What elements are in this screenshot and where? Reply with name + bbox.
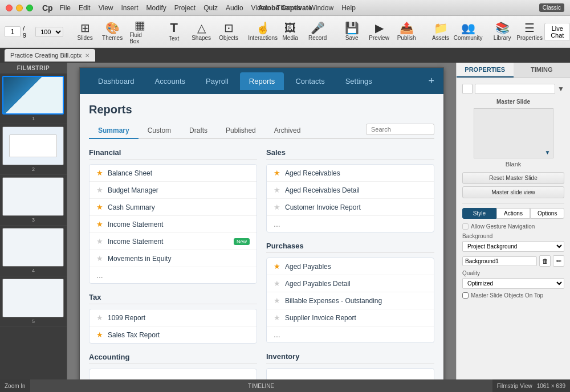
interactions-button[interactable]: ☝ Interactions <box>250 18 275 46</box>
properties-button[interactable]: ☰ Properties <box>517 18 542 46</box>
report-item-sales-tax[interactable]: ★ Sales Tax Report <box>89 326 256 343</box>
menu-modify[interactable]: Modify <box>146 4 166 12</box>
sales-more[interactable]: ... <box>267 216 434 232</box>
minimize-button[interactable] <box>16 5 23 11</box>
nav-tab-reports[interactable]: Reports <box>240 72 284 90</box>
nav-tab-accounts[interactable]: Accounts <box>146 72 194 90</box>
panel-tab-timing[interactable]: TIMING <box>514 63 571 77</box>
report-item-budget-manager[interactable]: ★ Budget Manager <box>89 182 256 199</box>
live-chat-button[interactable]: Live Chat <box>544 23 570 41</box>
themes-button[interactable]: 🎨 Themes <box>100 18 125 46</box>
slide-value-input[interactable] <box>475 84 555 94</box>
tab-archived[interactable]: Archived <box>265 123 310 139</box>
filmstrip-slide-5[interactable]: 5 <box>0 276 67 327</box>
filmstrip-slide-1[interactable]: 1 <box>0 74 67 124</box>
fluid-box-button[interactable]: ▦ Fluid Box <box>127 18 152 46</box>
record-button[interactable]: 🎤 Record <box>305 18 330 46</box>
report-item-aged-receivables-detail[interactable]: ★ Aged Receivables Detail <box>267 182 434 199</box>
close-button[interactable] <box>6 5 13 11</box>
star-balance-sheet[interactable]: ★ <box>96 169 103 177</box>
star-aged-receivables[interactable]: ★ <box>274 169 280 177</box>
menu-quiz[interactable]: Quiz <box>203 4 218 12</box>
text-button[interactable]: T Text <box>161 18 186 46</box>
report-item-balance-sheet[interactable]: ★ Balance Sheet <box>89 165 256 182</box>
style-tab-style[interactable]: Style <box>462 208 496 219</box>
slide-thumbnail-3[interactable] <box>2 177 64 216</box>
menu-insert[interactable]: Insert <box>121 4 139 12</box>
community-button[interactable]: 👥 Community <box>455 18 481 46</box>
report-item-1099[interactable]: ★ 1099 Report <box>89 309 256 326</box>
window-controls[interactable] <box>6 5 33 11</box>
gesture-nav-checkbox[interactable] <box>462 223 469 230</box>
star-sales-tax[interactable]: ★ <box>96 330 103 339</box>
assets-button[interactable]: 📁 Assets <box>428 18 453 46</box>
nav-tab-contacts[interactable]: Contacts <box>286 72 333 90</box>
preview-button[interactable]: ▶ Preview <box>367 18 392 46</box>
star-aged-receivables-detail[interactable]: ★ <box>274 186 280 194</box>
nav-tab-payroll[interactable]: Payroll <box>197 72 238 90</box>
menu-view[interactable]: View <box>99 4 113 12</box>
star-income-statement-1[interactable]: ★ <box>96 220 103 228</box>
star-customer-invoice[interactable]: ★ <box>274 203 280 211</box>
tab-practice-creating[interactable]: Practice Creating Bill.cptx ✕ <box>5 49 95 62</box>
tab-summary[interactable]: Summary <box>89 123 139 139</box>
report-item-aged-payables-detail[interactable]: ★ Aged Payables Detail <box>267 275 434 292</box>
purchases-more[interactable]: ... <box>267 326 434 342</box>
style-tab-actions[interactable]: Actions <box>496 208 531 219</box>
star-aged-payables[interactable]: ★ <box>274 262 280 271</box>
report-item-cash-summary[interactable]: ★ Cash Summary <box>89 199 256 216</box>
star-billable-expenses[interactable]: ★ <box>274 296 280 305</box>
slide-checkbox[interactable] <box>462 84 473 94</box>
tab-published[interactable]: Published <box>217 123 265 139</box>
nav-tab-dashboard[interactable]: Dashboard <box>89 72 144 90</box>
report-item-income-statement-1[interactable]: ★ Income Statement <box>89 216 256 233</box>
menu-audio[interactable]: Audio <box>226 4 243 12</box>
shapes-button[interactable]: △ Shapes <box>189 18 214 46</box>
slide-thumbnail-2[interactable] <box>2 126 64 165</box>
report-item-movements-equity[interactable]: ★ Movements in Equity <box>89 250 256 267</box>
menu-project[interactable]: Project <box>174 4 196 12</box>
financial-more[interactable]: ... <box>89 267 256 283</box>
star-supplier-invoice[interactable]: ★ <box>274 313 280 322</box>
media-button[interactable]: 🖼 Media <box>278 18 303 46</box>
star-income-statement-2[interactable]: ★ <box>96 237 103 246</box>
panel-tab-properties[interactable]: PROPERTIES <box>457 63 514 77</box>
star-movements-equity[interactable]: ★ <box>96 254 103 263</box>
slides-button[interactable]: ⊞ Slides <box>72 18 97 46</box>
tab-close-icon[interactable]: ✕ <box>85 52 89 59</box>
slide-thumbnail-1[interactable] <box>2 76 64 115</box>
menu-edit[interactable]: Edit <box>79 4 91 12</box>
slide-thumbnail-4[interactable] <box>2 228 64 267</box>
save-button[interactable]: 💾 Save <box>339 18 364 46</box>
background-delete-icon[interactable]: 🗑 <box>539 255 551 267</box>
tab-drafts[interactable]: Drafts <box>180 123 217 139</box>
nav-add-button[interactable]: + <box>428 75 434 87</box>
quality-select[interactable]: Optimized <box>462 278 564 289</box>
dropdown-icon[interactable]: ▼ <box>557 85 564 93</box>
style-tab-options[interactable]: Options <box>530 208 564 219</box>
report-item-customer-invoice[interactable]: ★ Customer Invoice Report <box>267 199 434 216</box>
menu-help[interactable]: Help <box>341 4 356 12</box>
master-objects-checkbox[interactable] <box>462 292 469 299</box>
tab-custom[interactable]: Custom <box>139 123 180 139</box>
report-item-income-statement-2[interactable]: ★ Income Statement New <box>89 233 256 250</box>
report-item-billable-expenses[interactable]: ★ Billable Expenses - Outstanding <box>267 292 434 309</box>
report-item-aged-payables[interactable]: ★ Aged Payables <box>267 258 434 275</box>
star-1099[interactable]: ★ <box>96 313 103 322</box>
search-input[interactable] <box>366 124 434 135</box>
filmstrip-slide-4[interactable]: 4 <box>0 226 67 276</box>
library-button[interactable]: 📚 Library <box>490 18 515 46</box>
publish-button[interactable]: 📤 Publish <box>394 18 419 46</box>
filmstrip-slide-3[interactable]: 3 <box>0 175 67 226</box>
filmstrip-slide-2[interactable]: 2 <box>0 124 67 175</box>
maximize-button[interactable] <box>26 5 33 11</box>
menu-window[interactable]: Window <box>309 4 333 12</box>
star-aged-payables-detail[interactable]: ★ <box>274 279 280 288</box>
page-current-input[interactable] <box>5 26 21 37</box>
background-edit-icon[interactable]: ✏ <box>553 255 564 267</box>
slide-thumbnail-5[interactable] <box>2 279 64 317</box>
report-item-supplier-invoice[interactable]: ★ Supplier Invoice Report <box>267 309 434 326</box>
objects-button[interactable]: ⊡ Objects <box>216 18 241 46</box>
zoom-select[interactable]: 100 <box>35 27 63 37</box>
report-item-aged-receivables[interactable]: ★ Aged Receivables <box>267 165 434 182</box>
